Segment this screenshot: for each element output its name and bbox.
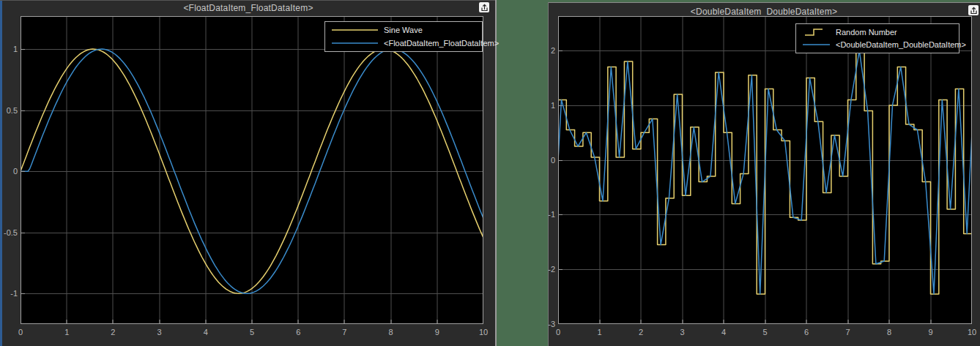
x-tick-label: 1 [590, 328, 610, 337]
legend-label: Random Number [836, 28, 897, 37]
x-tick-label: 4 [196, 328, 216, 337]
y-tick-label: 2 [535, 46, 555, 56]
y-tick-label: -1 [0, 289, 18, 298]
x-tick-label: 0 [10, 328, 31, 337]
legend-item: Random Number [799, 26, 956, 39]
legend-label: <DoubleDataItem_DoubleDataItem> [836, 40, 966, 49]
x-tick-label: 9 [921, 328, 941, 337]
window-right-edge [495, 0, 497, 346]
x-tick-label: 3 [672, 328, 693, 337]
x-tick-label: 8 [381, 328, 401, 337]
x-tick-label: 8 [879, 328, 899, 337]
y-tick-label: 0.5 [0, 106, 18, 116]
x-tick-label: 1 [56, 328, 77, 337]
legend-item: <DoubleDataItem_DoubleDataItem> [799, 39, 956, 52]
x-tick-label: 2 [103, 328, 123, 337]
legend-float: Sine Wave <FloatDataItem_FloatDataItem> [324, 21, 483, 52]
plot-canvas[interactable] [558, 16, 972, 324]
window-title: <DoubleDataItem_DoubleDataItem> [691, 7, 837, 17]
legend-line-swatch [799, 39, 836, 50]
x-tick-label: 10 [962, 328, 980, 337]
x-tick-label: 4 [713, 328, 734, 337]
x-tick-label: 6 [288, 328, 308, 337]
x-tick-label: 3 [149, 328, 170, 337]
legend-label: <FloatDataItem_FloatDataItem> [384, 39, 499, 48]
y-tick-label: -2 [535, 265, 555, 274]
legend-item: <FloatDataItem_FloatDataItem> [328, 37, 479, 50]
legend-double: Random Number <DoubleDataItem_DoubleData… [795, 23, 959, 53]
window-top-edge [548, 2, 980, 3]
window-title: <FloatDataItem_FloatDataItem> [183, 3, 313, 13]
desktop: { "desktop": { "background_color": "#4a6… [0, 0, 980, 346]
plot-area-float[interactable] [21, 16, 483, 324]
x-tick-label: 10 [473, 328, 494, 337]
y-tick-label: -3 [535, 320, 555, 329]
legend-stair-swatch [799, 26, 836, 38]
y-tick-label: -0.5 [0, 228, 18, 238]
scope-window-double: <DoubleDataItem_DoubleDataItem> Random N… [548, 2, 980, 346]
y-tick-label: 1 [535, 101, 555, 110]
legend-line-swatch [328, 24, 384, 36]
y-tick-label: -1 [535, 210, 555, 219]
x-tick-label: 9 [427, 328, 448, 337]
legend-line-swatch [328, 37, 384, 49]
x-tick-label: 5 [242, 328, 262, 337]
x-tick-label: 7 [838, 328, 858, 337]
x-tick-label: 7 [334, 328, 354, 337]
legend-item: Sine Wave [328, 23, 479, 37]
plot-area-double[interactable] [558, 16, 972, 324]
y-tick-label: 0 [0, 167, 18, 176]
y-tick-label: 1 [0, 45, 18, 54]
scope-window-float: <FloatDataItem_FloatDataItem> Sine Wave … [0, 0, 497, 346]
x-tick-label: 5 [755, 328, 776, 337]
pop-out-window-icon[interactable] [479, 2, 489, 12]
x-tick-label: 6 [796, 328, 817, 337]
pop-out-window-icon[interactable] [968, 5, 979, 15]
y-tick-label: 0 [535, 156, 555, 165]
legend-label: Sine Wave [384, 26, 423, 34]
x-tick-label: 2 [631, 328, 651, 337]
titlebar[interactable]: <FloatDataItem_FloatDataItem> [0, 0, 497, 16]
plot-canvas[interactable] [21, 16, 483, 324]
